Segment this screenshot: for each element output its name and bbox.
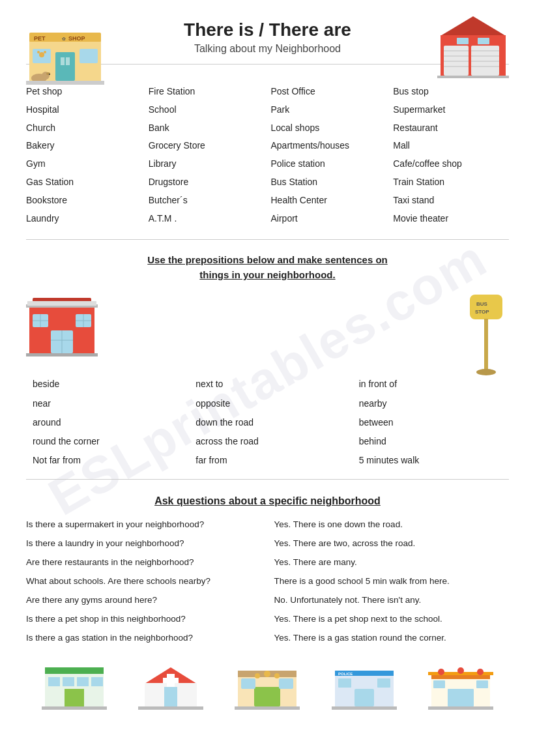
vocab-item: Bus Station xyxy=(271,175,387,190)
vocab-item: Laundry xyxy=(26,211,142,227)
svg-rect-70 xyxy=(241,678,255,689)
svg-text:✿: ✿ xyxy=(62,36,66,41)
svg-rect-66 xyxy=(138,706,203,710)
bottom-mall-icon xyxy=(428,664,493,710)
svg-rect-31 xyxy=(478,38,489,44)
svg-point-11 xyxy=(37,51,40,53)
pet-shop-image: PET ✿ SHOP xyxy=(26,13,104,85)
questions-title: Ask questions about a specific neighborh… xyxy=(26,495,509,507)
svg-rect-7 xyxy=(66,57,70,65)
vocab-item: Bank xyxy=(149,121,265,136)
svg-point-16 xyxy=(49,74,50,75)
svg-rect-48 xyxy=(470,295,502,319)
bottom-police-icon: POLICE xyxy=(332,664,397,710)
vocab-item: Library xyxy=(149,156,265,172)
vocab-item: Gym xyxy=(26,156,142,172)
vocab-item: Bookstore xyxy=(26,193,142,209)
prep-item: in front of xyxy=(359,376,502,392)
svg-rect-32 xyxy=(437,76,509,78)
qa-answer: Yes. There are two, across the road. xyxy=(274,536,510,551)
vocab-item: Drugstore xyxy=(149,175,265,190)
qa-question: Is there a laundry in your neighborhood? xyxy=(26,536,261,551)
svg-rect-20 xyxy=(444,46,469,76)
prep-item: around xyxy=(33,414,176,431)
qa-answer: Yes. There are many. xyxy=(274,555,510,570)
svg-rect-75 xyxy=(235,706,300,710)
svg-rect-79 xyxy=(354,689,374,706)
svg-point-91 xyxy=(477,669,484,675)
vocab-item: Gas Station xyxy=(26,175,142,190)
svg-point-12 xyxy=(44,51,46,53)
vocab-item: Movie theater xyxy=(393,211,509,227)
vocab-item: Apartments/houses xyxy=(271,138,387,154)
prep-col-1: besideneararoundround the cornerNot far … xyxy=(33,376,176,469)
vocab-item: Cafe/coffee shop xyxy=(393,156,509,172)
prep-col-2: next tooppositedown the roadacross the r… xyxy=(195,376,339,469)
svg-rect-46 xyxy=(27,301,96,306)
vocab-item: Supermarket xyxy=(393,102,509,118)
prep-item: between xyxy=(359,414,502,431)
qa-question: Is there a supermakert in your neighborh… xyxy=(26,517,261,532)
svg-rect-21 xyxy=(471,46,499,76)
prep-item: near xyxy=(33,396,176,412)
vocab-item: Mall xyxy=(393,138,509,154)
qa-question: Is there a gas station in the neighborho… xyxy=(26,631,261,646)
qa-answer: Yes. There is a gas station round the co… xyxy=(274,631,510,646)
vocab-item: Taxi stand xyxy=(393,193,509,209)
prep-item: beside xyxy=(33,376,176,392)
vocab-item: Bakery xyxy=(26,138,142,154)
svg-rect-82 xyxy=(332,706,397,710)
prep-item: behind xyxy=(359,433,502,450)
vocab-item: Bus stop xyxy=(393,84,509,100)
svg-rect-87 xyxy=(433,680,445,688)
vocab-item: Restaurant xyxy=(393,121,509,136)
prep-item: far from xyxy=(195,452,339,469)
svg-text:BUS: BUS xyxy=(476,301,488,307)
qa-question: What about schools. Are there schools ne… xyxy=(26,574,261,589)
prepositions-middle: POST OFFICE xyxy=(26,291,509,370)
vocab-item: A.T.M . xyxy=(149,211,265,227)
svg-point-90 xyxy=(457,667,464,674)
svg-point-89 xyxy=(438,669,444,675)
qa-question: Are there restaurants in the neighborhoo… xyxy=(26,555,261,570)
prep-item: next to xyxy=(195,376,339,392)
svg-rect-6 xyxy=(61,57,65,65)
svg-rect-30 xyxy=(457,38,469,44)
svg-rect-5 xyxy=(55,52,75,81)
svg-point-72 xyxy=(255,673,260,678)
prepositions-title: Use the prepositions below and make sent… xyxy=(26,253,509,282)
fire-station-image xyxy=(437,13,509,78)
prepositions-section: Use the prepositions below and make sent… xyxy=(26,253,509,469)
vocab-item: Train Station xyxy=(393,175,509,190)
vocab-item: Health Center xyxy=(271,193,387,209)
vocab-item: Grocery Store xyxy=(149,138,265,154)
prep-item: round the corner xyxy=(33,433,176,450)
vocab-item: Fire Station xyxy=(149,84,265,100)
subtitle: Talking about my Neighborhood xyxy=(184,43,351,55)
vocab-grid: Pet shopHospitalChurchBakeryGymGas Stati… xyxy=(26,84,509,226)
qa-question: Are there any gyms around here? xyxy=(26,593,261,608)
svg-rect-17 xyxy=(26,81,104,85)
vocab-item: Police station xyxy=(271,156,387,172)
svg-rect-57 xyxy=(77,677,89,686)
vocab-col-1: Pet shopHospitalChurchBakeryGymGas Stati… xyxy=(26,84,142,226)
vocab-item: Hospital xyxy=(26,102,142,118)
svg-rect-56 xyxy=(63,677,74,686)
svg-rect-81 xyxy=(377,678,390,688)
qa-grid: Is there a supermakert in your neighborh… xyxy=(26,517,509,646)
bus-stop-image: BUS STOP xyxy=(463,291,509,370)
prep-item: 5 minutes walk xyxy=(359,452,502,469)
main-title: There is / There are xyxy=(184,20,351,40)
svg-rect-88 xyxy=(476,680,488,688)
bottom-shop-icon xyxy=(42,664,107,710)
prep-item: opposite xyxy=(195,396,339,412)
svg-point-52 xyxy=(476,369,496,375)
vocab-item: Church xyxy=(26,121,142,136)
vocab-item: Local shops xyxy=(271,121,387,136)
bottom-bakery-icon xyxy=(235,664,300,710)
vocab-item: Park xyxy=(271,102,387,118)
divider-2 xyxy=(26,239,509,240)
prep-item: down the road xyxy=(195,414,339,431)
prep-item: nearby xyxy=(359,396,502,412)
svg-marker-18 xyxy=(441,16,506,36)
